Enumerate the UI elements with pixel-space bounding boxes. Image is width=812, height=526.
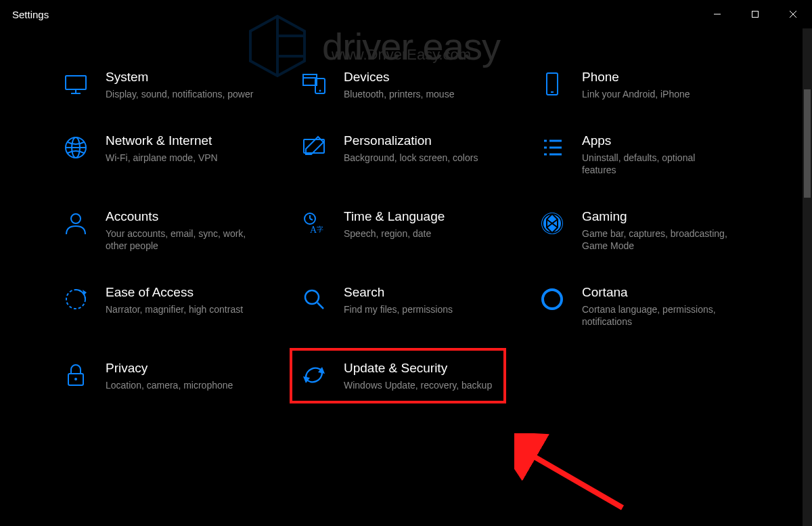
category-title: Ease of Access xyxy=(106,284,243,301)
category-phone[interactable]: PhoneLink your Android, iPhone xyxy=(537,69,754,100)
gaming-icon xyxy=(537,209,567,238)
vertical-scrollbar[interactable] xyxy=(803,28,812,526)
svg-point-13 xyxy=(319,90,321,92)
category-devices[interactable]: DevicesBluetooth, printers, mouse xyxy=(299,69,516,100)
category-subtitle: Windows Update, recovery, backup xyxy=(344,379,492,391)
devices-icon xyxy=(299,69,329,99)
window-controls xyxy=(698,0,812,28)
svg-point-27 xyxy=(71,214,81,223)
maximize-icon xyxy=(751,10,759,18)
svg-marker-45 xyxy=(303,376,310,383)
category-subtitle: Speech, region, date xyxy=(344,227,445,240)
category-subtitle: Link your Android, iPhone xyxy=(582,88,690,100)
category-subtitle: Game bar, captures, broadcasting, Game M… xyxy=(582,227,731,252)
scrollbar-thumb[interactable] xyxy=(804,89,811,198)
window-title: Settings xyxy=(12,9,49,20)
svg-rect-8 xyxy=(66,76,86,89)
svg-text:字: 字 xyxy=(317,225,323,233)
system-icon xyxy=(61,69,91,99)
category-personalization[interactable]: PersonalizationBackground, lock screen, … xyxy=(299,133,516,176)
category-title: Cortana xyxy=(582,284,731,301)
svg-line-40 xyxy=(317,303,323,309)
category-update[interactable]: Update & SecurityWindows Update, recover… xyxy=(290,348,506,403)
category-subtitle: Location, camera, microphone xyxy=(106,379,233,391)
category-subtitle: Bluetooth, printers, mouse xyxy=(344,88,454,100)
category-cortana[interactable]: CortanaCortana language, permissions, no… xyxy=(537,284,754,328)
category-privacy[interactable]: PrivacyLocation, camera, microphone xyxy=(61,360,277,391)
ease-icon xyxy=(61,284,91,314)
category-subtitle: Your accounts, email, sync, work, other … xyxy=(106,227,254,252)
category-time[interactable]: A字Time & LanguageSpeech, region, date xyxy=(299,209,516,252)
category-gaming[interactable]: GamingGame bar, captures, broadcasting, … xyxy=(537,209,754,252)
personalization-icon xyxy=(299,133,329,162)
category-title: System xyxy=(106,69,253,85)
apps-icon xyxy=(537,133,567,162)
category-title: Privacy xyxy=(106,360,233,376)
search-icon xyxy=(299,284,329,314)
category-title: Time & Language xyxy=(344,209,445,225)
category-subtitle: Find my files, permissions xyxy=(344,303,453,315)
category-ease[interactable]: Ease of AccessNarrator, magnifier, high … xyxy=(61,284,277,328)
settings-categories: SystemDisplay, sound, notifications, pow… xyxy=(0,28,812,391)
annotation-arrow-icon xyxy=(514,433,629,514)
svg-line-47 xyxy=(526,452,623,508)
svg-point-39 xyxy=(305,290,319,304)
category-title: Phone xyxy=(582,69,690,85)
maximize-button[interactable] xyxy=(736,0,774,28)
category-title: Devices xyxy=(344,69,454,85)
category-subtitle: Wi-Fi, airplane mode, VPN xyxy=(106,152,218,164)
update-icon xyxy=(299,360,329,390)
category-subtitle: Cortana language, permissions, notificat… xyxy=(582,303,731,328)
time-icon: A字 xyxy=(299,209,329,238)
category-title: Personalization xyxy=(344,133,478,149)
category-accounts[interactable]: AccountsYour accounts, email, sync, work… xyxy=(61,209,277,252)
accounts-icon xyxy=(61,209,91,238)
close-button[interactable] xyxy=(774,0,812,28)
category-subtitle: Narrator, magnifier, high contrast xyxy=(106,303,243,315)
phone-icon xyxy=(537,69,567,99)
title-bar: Settings xyxy=(0,0,812,28)
category-system[interactable]: SystemDisplay, sound, notifications, pow… xyxy=(61,69,277,100)
category-subtitle: Uninstall, defaults, optional features xyxy=(582,152,731,176)
category-title: Network & Internet xyxy=(106,133,218,149)
category-subtitle: Display, sound, notifications, power xyxy=(106,88,253,100)
category-title: Accounts xyxy=(106,209,254,225)
network-icon xyxy=(61,133,91,162)
minimize-button[interactable] xyxy=(698,0,736,28)
category-search[interactable]: SearchFind my files, permissions xyxy=(299,284,516,328)
category-title: Gaming xyxy=(582,209,731,225)
category-title: Search xyxy=(344,284,453,301)
close-icon xyxy=(789,10,797,18)
svg-line-30 xyxy=(310,219,313,220)
cortana-icon xyxy=(537,284,567,314)
svg-rect-1 xyxy=(752,12,759,18)
category-apps[interactable]: AppsUninstall, defaults, optional featur… xyxy=(537,133,754,176)
minimize-icon xyxy=(713,10,721,18)
svg-point-43 xyxy=(74,378,77,380)
category-title: Update & Security xyxy=(344,360,492,376)
category-network[interactable]: Network & InternetWi-Fi, airplane mode, … xyxy=(61,133,277,176)
privacy-icon xyxy=(61,360,91,390)
category-subtitle: Background, lock screen, colors xyxy=(344,152,478,164)
svg-point-41 xyxy=(543,290,562,309)
category-title: Apps xyxy=(582,133,731,149)
